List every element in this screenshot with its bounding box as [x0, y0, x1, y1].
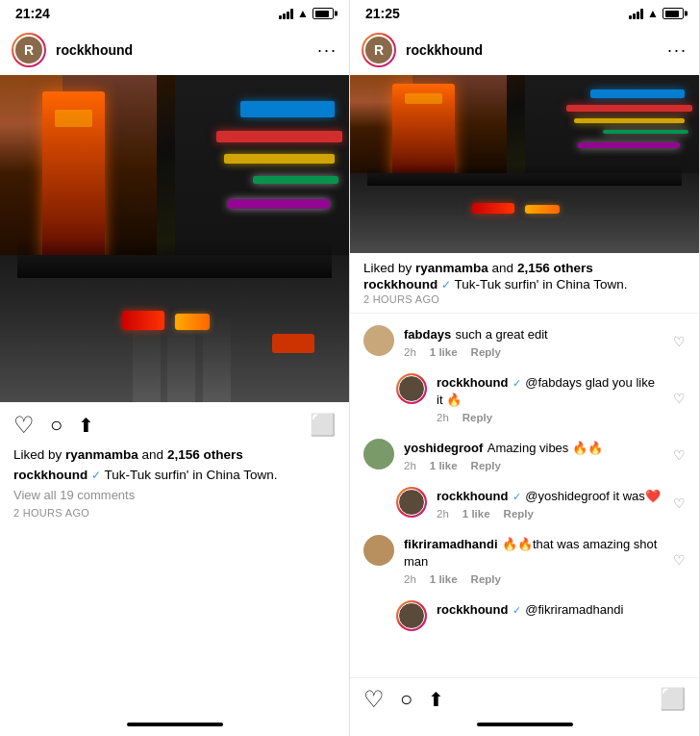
verified-badge-comment: ✓ — [512, 377, 521, 389]
like-button[interactable]: ♡ — [13, 412, 35, 439]
comment-text-line: rockkhound ✓ @yoshidegroof it was❤️ — [437, 487, 663, 504]
comment-item: fabdays such a great edit 2h 1 like Repl… — [350, 317, 699, 366]
comment-meta: 2h Reply — [437, 412, 663, 423]
more-options-button[interactable]: ··· — [317, 40, 338, 61]
verified-badge-right: ✓ — [441, 278, 451, 292]
comment-meta: 2h 1 like Reply — [404, 573, 663, 585]
reply-button[interactable]: Reply — [471, 460, 501, 471]
comment-username[interactable]: fabdays — [404, 327, 451, 342]
comment-item: rockkhound ✓ @yoshidegroof it was❤️ 2h 1… — [350, 479, 699, 527]
comment-item: rockkhound ✓ @fikriramadhandi — [350, 593, 699, 635]
avatar-inner-right: R — [363, 35, 394, 65]
verified-badge-comment: ✓ — [512, 604, 521, 616]
comment-avatar — [363, 325, 394, 356]
wifi-icon-right: ▲ — [647, 7, 659, 20]
comment-text: @yoshidegroof it was❤️ — [525, 489, 660, 503]
home-indicator-left — [127, 723, 223, 726]
reply-button[interactable]: Reply — [504, 508, 534, 520]
view-comments-button[interactable]: View all 19 comments — [13, 487, 336, 504]
comment-body: fikriramadhandi 🔥🔥that was amazing shot … — [404, 535, 663, 585]
share-button[interactable]: ⬆ — [78, 414, 94, 437]
likes-user-r[interactable]: ryanmamba — [415, 261, 488, 275]
comment-heart-button[interactable]: ♡ — [673, 495, 686, 511]
avatar-inner: R — [13, 35, 44, 65]
username-right[interactable]: rockkhound — [406, 42, 658, 58]
comment-text: such a great edit — [456, 327, 548, 342]
comment-avatar — [363, 439, 394, 470]
save-button[interactable]: ⬜ — [310, 413, 336, 438]
bottom-bar-right — [350, 717, 699, 736]
likes-and: and — [138, 447, 167, 462]
comment-time: 2h — [437, 412, 449, 423]
save-button-right[interactable]: ⬜ — [660, 687, 686, 712]
like-button-right[interactable]: ♡ — [363, 686, 385, 713]
post-info-left: Liked by ryanmamba and 2,156 others rock… — [0, 444, 349, 524]
comment-button[interactable]: ○ — [50, 413, 62, 438]
left-phone: 21:24 ▲ R rockkhound ··· — [0, 0, 350, 736]
home-indicator-right — [477, 723, 573, 726]
caption-user-right[interactable]: rockkhound — [363, 277, 438, 292]
likes-count: 2,156 others — [167, 447, 243, 462]
verified-badge-comment: ✓ — [512, 491, 521, 502]
comments-scroll[interactable]: Liked by ryanmamba and 2,156 others rock… — [350, 75, 699, 677]
comment-like-count: 1 like — [430, 460, 458, 471]
avatar-left[interactable]: R — [12, 33, 46, 67]
post-header-right: R rockkhound ··· — [350, 25, 699, 75]
reply-button[interactable]: Reply — [471, 346, 501, 358]
comment-meta: 2h 1 like Reply — [404, 346, 663, 358]
comment-avatar — [396, 600, 427, 631]
post-image-left[interactable] — [0, 75, 349, 402]
comment-like-count: 1 like — [430, 573, 458, 585]
comment-like-count: 1 like — [430, 346, 458, 358]
comment-text-line: fikriramadhandi 🔥🔥that was amazing shot … — [404, 535, 663, 570]
comment-username[interactable]: yoshidegroof — [404, 441, 483, 455]
comment-like-count: 1 like — [462, 508, 490, 520]
bottom-bar-left — [0, 717, 349, 736]
likes-count-r: 2,156 others — [517, 261, 593, 275]
likes-user[interactable]: ryanmamba — [65, 447, 138, 462]
comment-username[interactable]: rockkhound — [437, 489, 508, 503]
more-options-button-right[interactable]: ··· — [667, 40, 688, 61]
comment-heart-button[interactable]: ♡ — [673, 334, 686, 349]
comment-time: 2h — [404, 573, 416, 585]
post-time-left: 2 HOURS AGO — [13, 506, 336, 520]
status-icons-right: ▲ — [629, 7, 684, 20]
post-image-right[interactable] — [350, 75, 699, 253]
comment-username[interactable]: rockkhound — [437, 375, 508, 390]
likes-line: Liked by ryanmamba and 2,156 others — [13, 446, 336, 465]
actions-left-group: ♡ ○ ⬆ — [13, 412, 94, 439]
comment-text-line: fabdays such a great edit — [404, 325, 663, 343]
status-time-right: 21:25 — [365, 6, 400, 21]
divider — [350, 313, 699, 314]
caption-line-right: rockkhound ✓ Tuk-Tuk surfin' in China To… — [363, 277, 686, 292]
avatar-right[interactable]: R — [362, 33, 396, 67]
likes-line-right: Liked by ryanmamba and 2,156 others — [363, 261, 686, 275]
battery-icon — [312, 8, 334, 19]
reply-button[interactable]: Reply — [462, 412, 492, 423]
comment-heart-button[interactable]: ♡ — [673, 552, 686, 568]
reply-button[interactable]: Reply — [471, 573, 501, 585]
battery-icon-right — [662, 8, 684, 19]
wifi-icon: ▲ — [297, 7, 309, 20]
post-time-right: 2 HOURS AGO — [363, 293, 686, 305]
comment-body: rockkhound ✓ @fabdays glad you like it 🔥… — [437, 373, 663, 423]
comment-heart-button[interactable]: ♡ — [673, 447, 686, 463]
caption-text: Tuk-Tuk surfin' in China Town. — [105, 468, 278, 482]
comment-username[interactable]: fikriramadhandi — [404, 537, 498, 551]
actions-left-group-right: ♡ ○ ⬆ — [363, 686, 444, 713]
comment-button-right[interactable]: ○ — [400, 687, 412, 712]
caption-text-right: Tuk-Tuk surfin' in China Town. — [455, 277, 628, 292]
username-left[interactable]: rockkhound — [56, 42, 308, 58]
comment-item: yoshidegroof Amazing vibes 🔥🔥 2h 1 like … — [350, 431, 699, 479]
comment-avatar — [396, 487, 427, 518]
post-actions-left: ♡ ○ ⬆ ⬜ — [0, 402, 349, 444]
comment-body: rockkhound ✓ @yoshidegroof it was❤️ 2h 1… — [437, 487, 663, 520]
comment-text-line: rockkhound ✓ @fikriramadhandi — [437, 600, 686, 618]
comment-text-line: yoshidegroof Amazing vibes 🔥🔥 — [404, 439, 663, 456]
caption-username[interactable]: rockkhound — [13, 468, 88, 482]
share-button-right[interactable]: ⬆ — [428, 688, 444, 711]
signal-icon-right — [629, 8, 643, 19]
comment-heart-button[interactable]: ♡ — [673, 391, 686, 406]
comment-username[interactable]: rockkhound — [437, 602, 508, 617]
comment-body: fabdays such a great edit 2h 1 like Repl… — [404, 325, 663, 358]
